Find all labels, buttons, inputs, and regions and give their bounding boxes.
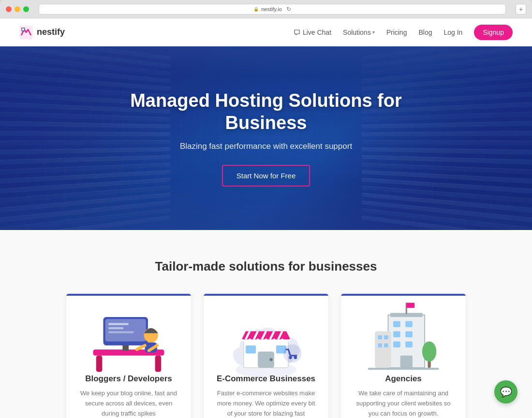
- svg-rect-2: [22, 29, 24, 30]
- chevron-down-icon: ▾: [372, 29, 375, 35]
- svg-point-28: [283, 345, 302, 363]
- card-bloggers: Bloggers / Developers We keep your blog …: [66, 293, 192, 418]
- svg-rect-34: [405, 321, 413, 327]
- nav-login[interactable]: Log In: [443, 29, 462, 36]
- card-bloggers-title: Bloggers / Developers: [78, 374, 179, 384]
- svg-rect-44: [384, 335, 388, 339]
- card-icon-ecommerce: [215, 308, 317, 366]
- svg-rect-5: [155, 356, 162, 372]
- browser-window: 🔒 nestify.io ↻ + nestify: [0, 0, 532, 418]
- hero-content: Managed Hosting Solutions for Business B…: [97, 90, 435, 187]
- solutions-cards: Bloggers / Developers We keep your blog …: [48, 293, 484, 418]
- card-top-accent: [204, 294, 328, 296]
- nav-solutions[interactable]: Solutions ▾: [343, 29, 375, 36]
- card-bloggers-desc: We keep your blog online, fast and secur…: [78, 389, 179, 418]
- nav-pricing-label: Pricing: [386, 29, 407, 36]
- svg-rect-43: [378, 335, 382, 339]
- svg-point-29: [289, 356, 292, 359]
- brand-name: nestify: [37, 27, 65, 37]
- nav-live-chat[interactable]: Live Chat: [294, 29, 331, 36]
- svg-rect-42: [375, 331, 391, 368]
- svg-rect-33: [393, 321, 400, 327]
- card-ecommerce: E-Commerce Businesses Faster e-commerce …: [203, 293, 329, 418]
- solutions-title: Tailor-made solutions for businesses: [19, 259, 513, 274]
- hero-cta-button[interactable]: Start Now for Free: [222, 165, 310, 187]
- nav-blog[interactable]: Blog: [418, 29, 432, 36]
- nav-live-chat-label: Live Chat: [303, 29, 331, 36]
- hero-subtitle: Blazing fast performance with excellent …: [106, 142, 426, 151]
- browser-traffic-lights: [6, 6, 29, 12]
- hero-section: Managed Hosting Solutions for Business B…: [0, 46, 532, 230]
- solutions-section: Tailor-made solutions for businesses: [0, 230, 532, 418]
- card-icon-bloggers: [78, 308, 179, 366]
- card-ecommerce-title: E-Commerce Businesses: [215, 374, 317, 384]
- maximize-button[interactable]: [23, 6, 29, 12]
- brand[interactable]: nestify: [19, 26, 65, 39]
- svg-rect-46: [384, 344, 388, 347]
- svg-point-30: [294, 356, 297, 359]
- chat-fab-icon: 💬: [500, 386, 512, 398]
- card-top-accent: [66, 294, 191, 296]
- chat-fab-button[interactable]: 💬: [494, 380, 517, 404]
- svg-rect-10: [108, 323, 129, 325]
- nav-blog-label: Blog: [418, 29, 432, 36]
- card-agencies: Agencies We take care of maintaining and…: [340, 293, 466, 418]
- chat-icon: [294, 29, 300, 36]
- svg-rect-11: [108, 327, 124, 329]
- hero-title: Managed Hosting Solutions for Business: [106, 90, 426, 134]
- browser-titlebar: 🔒 nestify.io ↻ +: [0, 0, 532, 18]
- refresh-icon[interactable]: ↻: [286, 6, 291, 13]
- nav-pricing[interactable]: Pricing: [386, 29, 407, 36]
- minimize-button[interactable]: [15, 6, 20, 12]
- navbar-nav: Live Chat Solutions ▾ Pricing Blog Log I…: [294, 25, 513, 40]
- svg-point-48: [422, 341, 436, 361]
- svg-rect-45: [378, 344, 382, 347]
- svg-rect-36: [393, 331, 400, 337]
- svg-rect-49: [368, 368, 439, 370]
- nav-solutions-label: Solutions: [343, 29, 371, 36]
- card-agencies-desc: We take care of maintaining and supporti…: [353, 389, 454, 418]
- address-bar[interactable]: 🔒 nestify.io ↻: [39, 4, 506, 14]
- svg-line-15: [137, 346, 145, 349]
- svg-rect-37: [405, 331, 413, 337]
- svg-rect-40: [400, 356, 413, 368]
- url-text: nestify.io: [261, 6, 282, 12]
- website-content: nestify Live Chat Solutions ▾ Pricing: [0, 18, 532, 418]
- signup-button[interactable]: Signup: [474, 25, 513, 40]
- svg-rect-38: [393, 341, 400, 347]
- lock-icon: 🔒: [253, 7, 259, 12]
- svg-rect-9: [105, 319, 146, 341]
- close-button[interactable]: [6, 6, 12, 12]
- card-top-accent: [341, 294, 466, 296]
- svg-rect-26: [246, 346, 256, 354]
- brand-logo-icon: [19, 26, 33, 39]
- svg-point-25: [269, 358, 272, 361]
- card-ecommerce-desc: Faster e-commerce websites make more mon…: [215, 389, 317, 418]
- svg-rect-51: [406, 303, 414, 308]
- svg-rect-39: [405, 341, 413, 347]
- new-tab-button[interactable]: +: [516, 4, 526, 14]
- navbar: nestify Live Chat Solutions ▾ Pricing: [0, 18, 532, 46]
- svg-rect-4: [96, 356, 103, 372]
- card-icon-agencies: [353, 308, 454, 366]
- nav-login-label: Log In: [443, 29, 462, 36]
- svg-rect-12: [108, 331, 134, 333]
